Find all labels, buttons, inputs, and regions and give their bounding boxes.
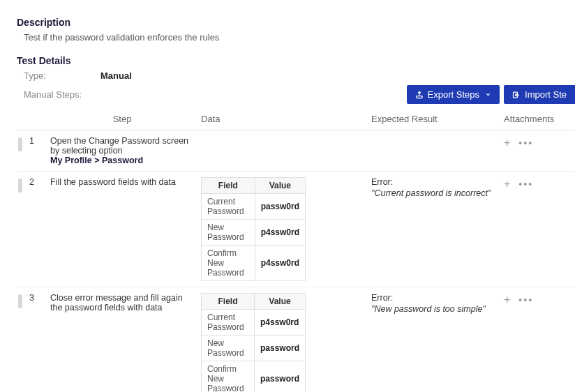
svg-rect-0 — [417, 96, 422, 98]
data-table: FieldValueCurrent Passwordpassw0rdNew Pa… — [201, 177, 306, 281]
drag-handle[interactable] — [18, 294, 22, 308]
step-row: 2Fill the password fields with dataField… — [17, 172, 575, 287]
expected-result: Error:"New password is too simple" — [371, 293, 504, 314]
add-attachment-icon[interactable]: + — [504, 137, 510, 149]
data-table: FieldValueCurrent Passwordp4ssw0rdNew Pa… — [201, 293, 306, 392]
header-attachments: Attachments — [504, 114, 567, 124]
more-options-icon[interactable]: ••• — [518, 295, 533, 305]
drag-handle[interactable] — [18, 179, 22, 193]
type-value: Manual — [100, 70, 132, 81]
data-header-value: Value — [255, 178, 305, 194]
description-title: Description — [17, 17, 575, 28]
expected-result: Error:"Current password is incorrect" — [371, 177, 504, 198]
add-attachment-icon[interactable]: + — [504, 179, 510, 190]
header-data: Data — [201, 114, 371, 124]
expected-message: "Current password is incorrect" — [371, 188, 497, 198]
add-attachment-icon[interactable]: + — [504, 294, 510, 306]
data-field-value: passw0rd — [255, 194, 305, 220]
step-description: Open the Change Password screen by selec… — [46, 136, 201, 165]
more-options-icon[interactable]: ••• — [518, 138, 533, 148]
description-text: Test if the password validation enforces… — [17, 32, 575, 43]
step-description: Close error message and fill again the p… — [46, 293, 201, 312]
step-number: 3 — [29, 293, 46, 303]
drag-handle[interactable] — [18, 137, 22, 151]
data-header-value: Value — [254, 294, 305, 310]
steps-header-row: Step Data Expected Result Attachments — [17, 108, 575, 130]
data-field-label: New Password — [202, 220, 255, 246]
header-step: Step — [46, 114, 201, 124]
data-field-label: Confirm New Password — [202, 246, 255, 281]
import-label: Import Ste — [525, 89, 567, 100]
import-steps-button[interactable]: Import Ste — [504, 85, 575, 104]
step-data: FieldValueCurrent Passwordp4ssw0rdNew Pa… — [201, 293, 371, 392]
step-row: 3Close error message and fill again the … — [17, 287, 575, 392]
step-row: 1Open the Change Password screen by sele… — [17, 130, 575, 172]
data-field-value: password — [254, 361, 305, 393]
data-field-value: p4ssw0rd — [255, 246, 305, 281]
data-header-field: Field — [202, 294, 255, 310]
step-description: Fill the password fields with data — [46, 177, 201, 187]
header-expected: Expected Result — [371, 114, 504, 124]
test-details-title: Test Details — [17, 55, 575, 66]
export-label: Export Steps — [428, 89, 479, 100]
data-header-field: Field — [202, 178, 255, 194]
import-icon — [512, 91, 521, 99]
export-steps-button[interactable]: Export Steps — [407, 85, 500, 104]
expected-title: Error: — [371, 293, 497, 303]
manual-steps-label: Manual Steps: — [24, 89, 82, 100]
data-field-value: password — [254, 336, 305, 361]
chevron-down-icon — [485, 89, 491, 100]
data-field-label: Current Password — [202, 194, 255, 220]
expected-message: "New password is too simple" — [371, 304, 497, 314]
data-field-label: New Password — [202, 336, 255, 361]
step-data: FieldValueCurrent Passwordpassw0rdNew Pa… — [201, 177, 371, 281]
data-field-label: Current Password — [202, 310, 255, 336]
expected-title: Error: — [371, 177, 497, 187]
export-icon — [415, 91, 424, 99]
data-field-value: p4ssw0rd — [255, 220, 305, 246]
data-field-value: p4ssw0rd — [254, 310, 305, 336]
step-number: 2 — [29, 177, 46, 187]
more-options-icon[interactable]: ••• — [518, 179, 533, 189]
type-label: Type: — [24, 70, 100, 81]
data-field-label: Confirm New Password — [202, 361, 255, 393]
step-number: 1 — [29, 136, 46, 146]
